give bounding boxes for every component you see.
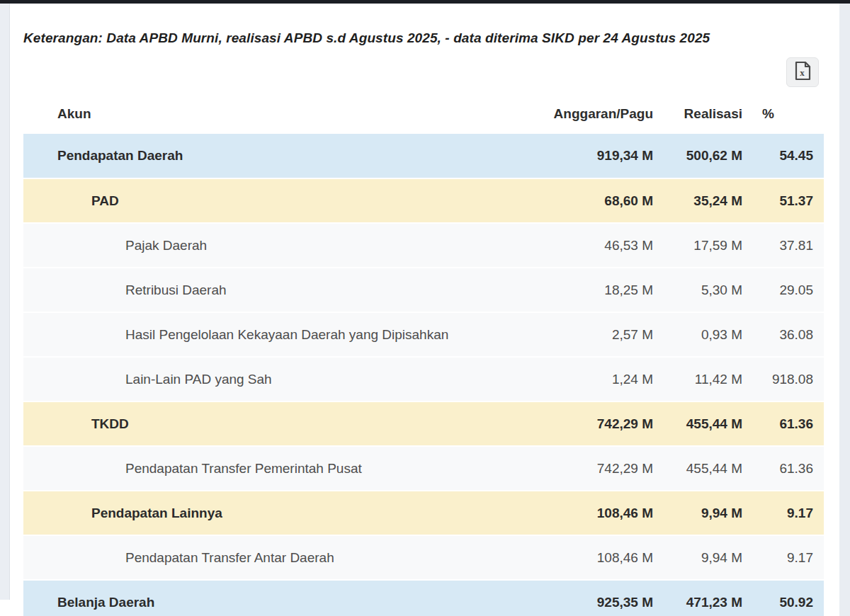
cell-realisasi: 455,44 M	[653, 401, 742, 446]
cell-pct: 61.36	[742, 401, 824, 446]
cell-akun: Pendapatan Transfer Antar Daerah	[23, 535, 529, 580]
cell-pct: 9.17	[742, 535, 824, 580]
cell-anggaran: 742,29 M	[529, 401, 653, 446]
table-row[interactable]: Pendapatan Daerah919,34 M500,62 M54.45	[23, 134, 824, 178]
cell-realisasi: 0,93 M	[653, 312, 742, 357]
cell-realisasi: 9,94 M	[653, 535, 742, 580]
column-header-realisasi: Realisasi	[653, 94, 742, 134]
cell-realisasi: 35,24 M	[653, 178, 742, 223]
cell-pct: 9.17	[742, 491, 824, 535]
cell-akun: Retribusi Daerah	[23, 268, 529, 312]
cell-anggaran: 1,24 M	[529, 357, 653, 401]
table-header-row: Akun Anggaran/Pagu Realisasi %	[23, 94, 824, 134]
svg-text:x: x	[800, 67, 805, 78]
column-header-akun: Akun	[23, 94, 529, 134]
cell-realisasi: 17,59 M	[653, 223, 742, 268]
cell-anggaran: 46,53 M	[529, 223, 653, 268]
cell-pct: 37.81	[742, 223, 824, 268]
cell-pct: 50.92	[742, 580, 824, 616]
cell-pct: 918.08	[742, 357, 824, 401]
cell-akun: Belanja Daerah	[23, 580, 529, 616]
export-excel-button[interactable]: x	[786, 57, 819, 87]
vertical-scrollbar-track[interactable]	[839, 4, 850, 616]
cell-akun: Pajak Daerah	[23, 223, 529, 268]
table-row[interactable]: Pajak Daerah46,53 M17,59 M37.81	[23, 223, 824, 268]
cell-realisasi: 9,94 M	[653, 491, 742, 535]
table-row[interactable]: TKDD742,29 M455,44 M61.36	[23, 401, 824, 446]
cell-akun: Hasil Pengelolaan Kekayaan Daerah yang D…	[23, 312, 529, 357]
cell-realisasi: 11,42 M	[653, 357, 742, 401]
column-header-anggaran: Anggaran/Pagu	[529, 94, 653, 134]
cell-realisasi: 471,23 M	[653, 580, 742, 616]
left-gutter-strip	[0, 4, 10, 600]
cell-akun: TKDD	[23, 401, 529, 446]
cell-anggaran: 925,35 M	[529, 580, 653, 616]
cell-pct: 29.05	[742, 268, 824, 312]
table-row[interactable]: Belanja Daerah925,35 M471,23 M50.92	[23, 580, 824, 616]
table-row[interactable]: Pendapatan Transfer Antar Daerah108,46 M…	[23, 535, 824, 580]
cell-akun: Pendapatan Lainnya	[23, 491, 529, 535]
cell-realisasi: 500,62 M	[653, 134, 742, 178]
table-row[interactable]: Pendapatan Transfer Pemerintah Pusat742,…	[23, 446, 824, 491]
cell-anggaran: 68,60 M	[529, 178, 653, 223]
apbd-realization-table: Akun Anggaran/Pagu Realisasi % Pendapata…	[23, 94, 824, 616]
table-row[interactable]: PAD68,60 M35,24 M51.37	[23, 178, 824, 223]
column-header-pct: %	[742, 94, 824, 134]
table-row[interactable]: Pendapatan Lainnya108,46 M9,94 M9.17	[23, 491, 824, 535]
cell-pct: 36.08	[742, 312, 824, 357]
cell-pct: 61.36	[742, 446, 824, 491]
table-row[interactable]: Retribusi Daerah18,25 M5,30 M29.05	[23, 268, 824, 312]
cell-anggaran: 742,29 M	[529, 446, 653, 491]
table-row[interactable]: Lain-Lain PAD yang Sah1,24 M11,42 M918.0…	[23, 357, 824, 401]
cell-anggaran: 108,46 M	[529, 535, 653, 580]
cell-akun: Lain-Lain PAD yang Sah	[23, 357, 529, 401]
cell-akun: Pendapatan Transfer Pemerintah Pusat	[23, 446, 529, 491]
cell-realisasi: 5,30 M	[653, 268, 742, 312]
main-content: Keterangan: Data APBD Murni, realisasi A…	[23, 4, 824, 616]
table-row[interactable]: Hasil Pengelolaan Kekayaan Daerah yang D…	[23, 312, 824, 357]
excel-file-icon: x	[793, 61, 812, 84]
cell-pct: 51.37	[742, 178, 824, 223]
cell-anggaran: 108,46 M	[529, 491, 653, 535]
data-note: Keterangan: Data APBD Murni, realisasi A…	[23, 30, 824, 46]
toolbar: x	[23, 57, 824, 87]
cell-pct: 54.45	[742, 134, 824, 178]
cell-anggaran: 18,25 M	[529, 268, 653, 312]
cell-akun: Pendapatan Daerah	[23, 134, 529, 178]
cell-akun: PAD	[23, 178, 529, 223]
cell-anggaran: 919,34 M	[529, 134, 653, 178]
cell-realisasi: 455,44 M	[653, 446, 742, 491]
cell-anggaran: 2,57 M	[529, 312, 653, 357]
